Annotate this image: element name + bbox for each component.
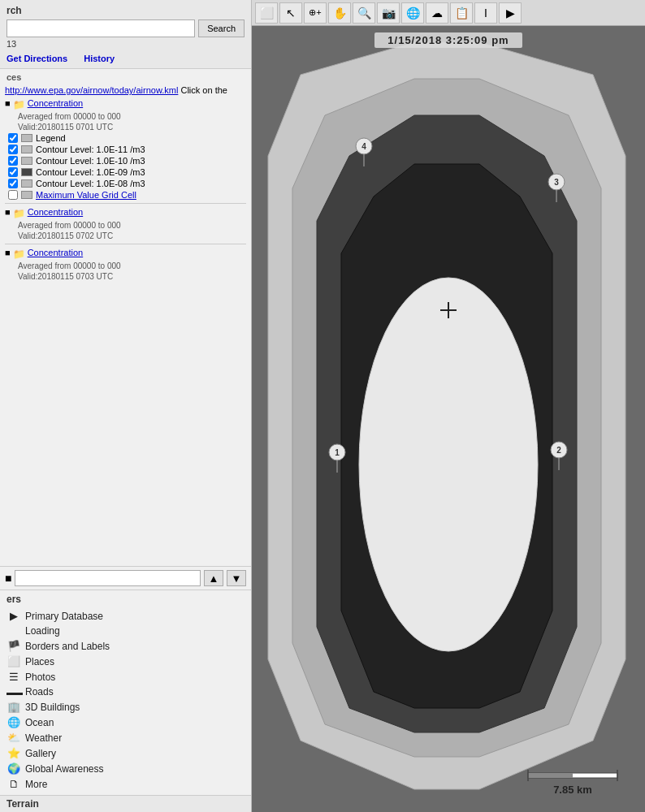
search-section: rch Search 13 Get Directions History: [0, 0, 251, 69]
layer-more[interactable]: 🗋 More: [6, 776, 245, 792]
folder-icon-2: 📁: [13, 208, 25, 219]
divider-1: [5, 203, 246, 204]
svg-rect-21: [528, 773, 573, 778]
toolbar-cursor-button[interactable]: ↖: [279, 2, 302, 24]
folder-name-2[interactable]: Concentration: [28, 207, 84, 217]
gallery-icon: ⭐: [6, 747, 21, 759]
layer-places[interactable]: ⬜ Places: [6, 654, 245, 669]
toolbar-layers-button[interactable]: ⬜: [255, 2, 278, 24]
global-awareness-label: Global Awareness: [25, 763, 104, 775]
move-icon: ■: [5, 572, 11, 585]
folder-sub-2a: Averaged from 00000 to 000: [5, 220, 246, 231]
get-directions-link[interactable]: Get Directions: [6, 54, 67, 63]
layer-roads[interactable]: ▬▬ Roads: [6, 685, 245, 699]
epa-text: Click on the: [180, 85, 227, 95]
layer-borders[interactable]: 🏴 Borders and Labels: [6, 638, 245, 654]
contour-item-0: Contour Level: 1.0E-11 /m3: [5, 144, 246, 155]
max-value-icon: [21, 191, 32, 199]
primary-database-icon: ▶: [6, 610, 21, 622]
ocean-icon: 🌐: [6, 716, 21, 728]
folder-sub-3a: Averaged from 00000 to 000: [5, 261, 246, 271]
legend-icon: [21, 134, 32, 142]
max-value-label[interactable]: Maximum Value Grid Cell: [36, 190, 136, 200]
folder-toggle-3[interactable]: ■: [5, 248, 11, 257]
svg-text:7.85 km: 7.85 km: [553, 784, 592, 796]
folder-sub-3b: Valid:20180115 0703 UTC: [5, 271, 246, 282]
layers-section: ers ▶ Primary Database Loading 🏴 Borders…: [0, 590, 251, 795]
global-awareness-icon: 🌍: [6, 762, 21, 775]
buildings-icon: 🏢: [6, 701, 21, 713]
search-input[interactable]: [6, 19, 195, 37]
folder-toggle-1[interactable]: ■: [5, 98, 11, 108]
left-panel: rch Search 13 Get Directions History ces…: [0, 0, 252, 812]
folder-item-1: ■ 📁 Concentration: [5, 97, 246, 111]
toolbar-hand-button[interactable]: ✋: [328, 2, 351, 24]
layer-gallery[interactable]: ⭐ Gallery: [6, 745, 245, 761]
contour-checkbox-0[interactable]: [8, 145, 18, 154]
photos-icon: ☰: [6, 671, 21, 683]
layer-photos[interactable]: ☰ Photos: [6, 669, 245, 685]
toolbar-cloud-button[interactable]: ☁: [426, 2, 448, 24]
contour-checkbox-1[interactable]: [8, 156, 18, 166]
contour-label-1: Contour Level: 1.0E-10 /m3: [36, 156, 145, 166]
contour-icon-1: [21, 157, 32, 165]
toolbar-globe-button[interactable]: 🌐: [401, 2, 424, 24]
places-layer-label: Places: [25, 656, 54, 667]
buildings-label: 3D Buildings: [25, 702, 80, 713]
map-toolbar: ⬜ ↖ ⊕+ ✋ 🔍 📷 🌐 ☁ 📋 I ▶: [252, 0, 645, 26]
gallery-label: Gallery: [25, 748, 56, 759]
legend-label: Legend: [36, 133, 66, 143]
terrain-row[interactable]: Terrain: [0, 795, 251, 812]
folder-toggle-2[interactable]: ■: [5, 207, 11, 217]
history-link[interactable]: History: [84, 54, 115, 63]
photos-label: Photos: [25, 672, 55, 683]
coord-display: 13: [6, 37, 245, 50]
folder-name-3[interactable]: Concentration: [28, 248, 84, 257]
move-down-button[interactable]: ▼: [227, 570, 246, 586]
contour-icon-2: [21, 168, 32, 176]
toolbar-clipboard-button[interactable]: 📋: [450, 2, 473, 24]
legend-checkbox[interactable]: [8, 133, 18, 143]
toolbar-photo-button[interactable]: 📷: [377, 2, 400, 24]
contour-icon-3: [21, 179, 32, 188]
borders-label: Borders and Labels: [25, 641, 110, 652]
primary-database-label: Primary Database: [25, 611, 103, 622]
contour-label-0: Contour Level: 1.0E-11 /m3: [36, 145, 145, 154]
folder-icon-1: 📁: [13, 99, 25, 110]
svg-point-5: [359, 278, 538, 651]
contour-item-1: Contour Level: 1.0E-10 /m3: [5, 155, 246, 166]
folder-item-3: ■ 📁 Concentration: [5, 247, 246, 261]
layer-weather[interactable]: ⛅ Weather: [6, 730, 245, 745]
search-button[interactable]: Search: [198, 19, 245, 37]
folder-icon-3: 📁: [13, 248, 25, 260]
toolbar-info-button[interactable]: I: [474, 2, 497, 24]
svg-text:3: 3: [554, 178, 559, 187]
svg-text:1: 1: [335, 448, 340, 457]
contour-label-2: Contour Level: 1.0E-09 /m3: [36, 167, 145, 177]
toolbar-zoom-button[interactable]: 🔍: [353, 2, 375, 24]
contour-checkbox-3[interactable]: [8, 179, 18, 188]
layer-global-awareness[interactable]: 🌍 Global Awareness: [6, 761, 245, 776]
folder-name-1[interactable]: Concentration: [28, 98, 84, 108]
contour-label-3: Contour Level: 1.0E-08 /m3: [36, 179, 145, 188]
map-svg: 4 3 1 2: [252, 26, 645, 812]
timestamp-bar: 1/15/2018 3:25:09 pm: [252, 32, 645, 48]
toolbar-add-button[interactable]: ⊕+: [304, 2, 327, 24]
places-title: ces: [0, 69, 251, 84]
layer-ocean[interactable]: 🌐 Ocean: [6, 715, 245, 730]
contour-checkbox-2[interactable]: [8, 167, 18, 177]
max-value-checkbox[interactable]: [8, 190, 18, 200]
svg-text:4: 4: [361, 142, 366, 151]
move-input[interactable]: [15, 570, 201, 586]
folder-sub-1b: Valid:20180115 0701 UTC: [5, 122, 246, 132]
epa-link[interactable]: http://www.epa.gov/airnow/today/airnow.k…: [5, 85, 178, 95]
map-area[interactable]: 1/15/2018 3:25:09 pm 4: [252, 26, 645, 812]
roads-label: Roads: [25, 686, 54, 698]
contour-item-2: Contour Level: 1.0E-09 /m3: [5, 166, 246, 178]
contour-icon-0: [21, 145, 32, 153]
contour-item-3: Contour Level: 1.0E-08 /m3: [5, 178, 246, 189]
toolbar-play-button[interactable]: ▶: [499, 2, 522, 24]
move-up-button[interactable]: ▲: [204, 570, 223, 586]
layer-3d-buildings[interactable]: 🏢 3D Buildings: [6, 699, 245, 715]
layer-primary-database[interactable]: ▶ Primary Database: [6, 608, 245, 624]
